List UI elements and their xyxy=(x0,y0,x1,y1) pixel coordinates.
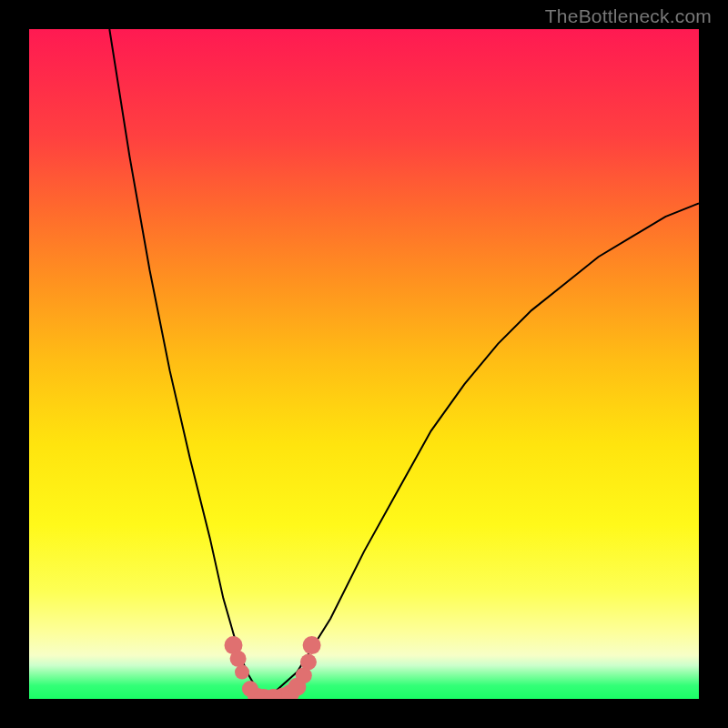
chart-frame: TheBottleneck.com xyxy=(0,0,728,728)
marker-point xyxy=(235,665,249,680)
chart-plot-area xyxy=(29,29,699,699)
marker-point xyxy=(303,636,321,654)
curve-left-branch xyxy=(109,29,267,699)
marker-group xyxy=(225,636,321,699)
marker-point xyxy=(230,651,247,667)
watermark-text: TheBottleneck.com xyxy=(545,5,712,27)
curve-right-branch xyxy=(267,203,699,699)
marker-point xyxy=(300,654,317,671)
chart-svg xyxy=(29,29,699,699)
